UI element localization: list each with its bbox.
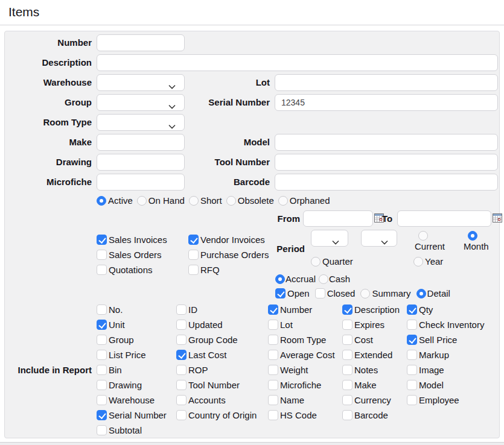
report-item-label: Average Cost xyxy=(280,350,335,360)
lot-input[interactable] xyxy=(275,74,498,91)
sales-orders-checkbox[interactable] xyxy=(97,250,107,260)
orphaned-radio[interactable] xyxy=(278,196,288,206)
to-calendar-icon[interactable] xyxy=(493,213,502,223)
report-item-label: Markup xyxy=(419,350,449,360)
report-checkbox[interactable] xyxy=(342,335,352,345)
short-radio[interactable] xyxy=(189,196,199,206)
year-radio[interactable] xyxy=(413,257,423,267)
report-checkbox[interactable] xyxy=(268,380,278,390)
description-input[interactable] xyxy=(97,54,498,71)
report-checkbox[interactable] xyxy=(407,380,417,390)
report-item: Name xyxy=(268,393,335,408)
report-checkbox[interactable] xyxy=(268,410,278,420)
report-item-label: Number xyxy=(280,305,312,315)
report-item-label: Bin xyxy=(109,365,122,375)
report-checkbox[interactable] xyxy=(268,335,278,345)
report-checkbox[interactable] xyxy=(176,305,187,315)
report-checkbox[interactable] xyxy=(97,350,107,360)
report-checkbox[interactable] xyxy=(176,320,187,330)
room-type-select[interactable] xyxy=(97,114,185,131)
report-item: Currency xyxy=(342,393,400,408)
report-item-label: Description xyxy=(354,305,400,315)
report-checkbox[interactable] xyxy=(97,425,107,435)
report-item: Expires xyxy=(342,317,400,332)
report-checkbox[interactable] xyxy=(407,320,417,330)
report-checkbox[interactable] xyxy=(176,350,187,360)
report-checkbox[interactable] xyxy=(97,320,107,330)
drawing-input[interactable] xyxy=(97,154,185,171)
period-select-1[interactable] xyxy=(311,230,348,247)
report-checkbox[interactable] xyxy=(176,335,187,345)
report-checkbox[interactable] xyxy=(342,395,352,405)
number-input[interactable] xyxy=(97,34,185,51)
current-radio[interactable] xyxy=(418,231,428,241)
vendor-invoices-checkbox[interactable] xyxy=(188,235,199,245)
checkbox-label: Closed xyxy=(327,288,356,298)
report-checkbox[interactable] xyxy=(407,335,417,345)
report-checkbox[interactable] xyxy=(97,410,107,420)
report-checkbox[interactable] xyxy=(342,365,352,375)
report-item-label: Room Type xyxy=(280,335,326,345)
report-checkbox[interactable] xyxy=(176,395,187,405)
report-item: No. xyxy=(97,302,167,317)
from-date-input[interactable] xyxy=(303,210,373,227)
tool-number-label: Tool Number xyxy=(187,154,270,171)
serial-number-input[interactable] xyxy=(275,94,498,111)
report-checkbox[interactable] xyxy=(97,305,107,315)
group-select[interactable] xyxy=(97,94,185,111)
report-checkbox[interactable] xyxy=(407,395,417,405)
page-title: Items xyxy=(8,5,39,19)
obsolete-radio[interactable] xyxy=(226,196,236,206)
warehouse-select[interactable] xyxy=(97,74,185,91)
report-checkbox[interactable] xyxy=(176,410,187,420)
report-checkbox[interactable] xyxy=(342,320,352,330)
tool-number-input[interactable] xyxy=(275,154,498,171)
detail-radio[interactable] xyxy=(416,289,426,298)
report-checkbox[interactable] xyxy=(342,380,352,390)
report-checkbox[interactable] xyxy=(407,305,417,315)
report-checkbox[interactable] xyxy=(268,365,278,375)
open-checkbox[interactable] xyxy=(275,288,285,298)
cash-radio[interactable] xyxy=(319,274,328,284)
report-checkbox[interactable] xyxy=(407,365,417,375)
to-date-input[interactable] xyxy=(397,210,491,227)
active-radio[interactable] xyxy=(97,196,106,206)
report-item-label: Weight xyxy=(280,365,308,375)
report-checkbox[interactable] xyxy=(97,365,107,375)
summary-radio[interactable] xyxy=(360,289,370,298)
period-select-2[interactable] xyxy=(361,230,397,247)
report-item-label: Microfiche xyxy=(280,380,321,390)
report-checkbox[interactable] xyxy=(407,350,417,360)
report-checkbox[interactable] xyxy=(342,350,352,360)
report-checkbox[interactable] xyxy=(176,380,187,390)
report-checkbox[interactable] xyxy=(268,395,278,405)
accrual-radio[interactable] xyxy=(275,274,285,284)
quarter-radio[interactable] xyxy=(311,257,321,267)
report-checkbox[interactable] xyxy=(268,350,278,360)
report-checkbox[interactable] xyxy=(268,320,278,330)
purchase-orders-checkbox[interactable] xyxy=(188,250,199,260)
quotations-checkbox[interactable] xyxy=(97,265,107,275)
barcode-input[interactable] xyxy=(275,174,498,191)
microfiche-input[interactable] xyxy=(97,174,185,191)
report-column-5: Qty Check Inventory Sell Price Markup Im… xyxy=(407,302,484,408)
report-checkbox[interactable] xyxy=(342,305,352,315)
model-input[interactable] xyxy=(275,134,498,151)
radio-label: Summary xyxy=(372,288,410,298)
on-hand-radio[interactable] xyxy=(137,196,147,206)
closed-checkbox[interactable] xyxy=(315,288,325,298)
rfq-checkbox[interactable] xyxy=(188,265,199,275)
report-checkbox[interactable] xyxy=(97,395,107,405)
report-checkbox[interactable] xyxy=(342,410,352,420)
make-input[interactable] xyxy=(97,134,185,151)
report-column-3: Number Lot Room Type Average Cost Weight… xyxy=(268,302,335,423)
report-checkbox[interactable] xyxy=(97,380,107,390)
report-item: Warehouse xyxy=(97,393,167,408)
report-item-label: No. xyxy=(109,305,123,315)
report-checkbox[interactable] xyxy=(268,305,278,315)
month-radio[interactable] xyxy=(468,231,477,241)
report-checkbox[interactable] xyxy=(97,335,107,345)
sales-invoices-checkbox[interactable] xyxy=(97,235,107,245)
report-checkbox[interactable] xyxy=(176,365,187,375)
report-item: Tool Number xyxy=(176,377,257,393)
